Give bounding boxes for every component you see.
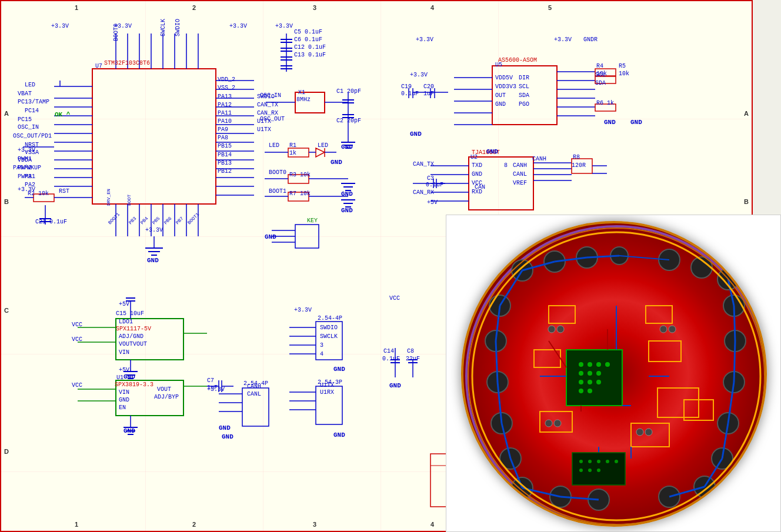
r1-label: R1	[289, 142, 296, 149]
tick-top-5: 5	[548, 4, 552, 11]
tick-top-1: 1	[75, 4, 78, 11]
gnd-c7: GND	[219, 424, 231, 431]
svg-point-262	[645, 429, 652, 436]
svg-point-270	[588, 469, 592, 472]
svg-point-233	[588, 380, 592, 384]
vcc-ldo-adj: VCC	[72, 336, 82, 343]
spx-gnd: GND	[119, 397, 129, 403]
bot-pin-boot1b: BOOT1	[186, 212, 200, 225]
c2-label: C2 20pF	[336, 118, 361, 124]
svg-marker-71	[316, 148, 325, 157]
ok-label: OK ^	[55, 111, 70, 118]
gnd-can-conn: GND	[222, 433, 233, 440]
gnd-swd: GND	[333, 366, 345, 373]
bot-pin-boot1: BOOT1	[107, 212, 121, 225]
as5600-scl: SCL	[519, 83, 529, 90]
c21-label: C21 0.1uF	[35, 219, 67, 225]
svg-line-254	[549, 341, 566, 367]
rpin-pa9: PA9	[218, 126, 228, 133]
svg-point-266	[597, 460, 600, 463]
top-pin-boot0: BOOT0	[113, 24, 119, 41]
tick-top-2: 2	[192, 4, 196, 11]
svg-point-236	[588, 389, 592, 393]
pin-led: LED	[25, 82, 35, 88]
c15-label: C15 10uF	[116, 310, 144, 317]
swd-pin4: 4	[320, 351, 323, 357]
svg-rect-244	[646, 306, 672, 323]
svg-point-268	[615, 460, 618, 463]
gnd-boot0: GND	[341, 190, 353, 198]
vcc33-3: +3.3V	[229, 23, 247, 29]
ldo1-adj: ADJ/GND	[119, 333, 143, 340]
led-sym: LED	[318, 142, 328, 149]
pwm3: PWM3	[18, 173, 32, 180]
u1-254: 2.54-3P	[318, 379, 342, 386]
pwm2: PWM2	[18, 165, 32, 171]
main-container: 1 2 3 4 5 1 2 3 4 A B C D A B	[0, 0, 781, 532]
bot-pin-pb6: PB6	[163, 216, 173, 226]
pin-oscin: OSC_IN	[18, 124, 39, 131]
pin-oscout: OSC_OUT/PD1	[13, 133, 52, 139]
gndr-label: GNDR	[583, 36, 598, 43]
spx-adj: ADJ/BYP	[154, 394, 179, 400]
vcc5-tja: +5V	[427, 199, 438, 206]
r1-val: 1k	[289, 150, 296, 156]
u5-label: U5	[495, 62, 502, 68]
tja-txd-num: 8	[504, 162, 508, 169]
c7-label: C7	[207, 377, 214, 384]
bot-pin-pb4: PB4	[139, 216, 149, 226]
sda-label: SDA	[595, 80, 606, 86]
u1rx-conn: U1RX	[320, 389, 334, 396]
rpin-pb13: PB13	[218, 160, 232, 166]
gnd-tja: GND	[486, 148, 498, 155]
c3-label: C3	[427, 175, 434, 182]
pin-vbat: VBAT	[18, 91, 32, 97]
tja-vref: VREF	[513, 180, 527, 186]
gnd-ldo-out: GND	[124, 373, 135, 380]
pcb-overlay	[446, 215, 781, 532]
as5600-vdd5v: VDD5V	[495, 75, 513, 81]
crystal-val: 8MHz	[296, 96, 311, 103]
vcc33-as5-left: +3.3V	[410, 72, 428, 78]
rpin-pa11: PA11	[218, 110, 232, 116]
r5-label: R5	[619, 63, 626, 69]
can-rx-net: CAN_RX	[413, 189, 434, 196]
tja-txd: TXD	[472, 162, 482, 169]
grid-v-1	[145, 1, 146, 531]
osc-in-label: OSC_IN	[260, 92, 281, 99]
swd-pin2: SWCLK	[320, 333, 338, 340]
vcc33-pwm: +3.3V	[18, 147, 35, 153]
ldo1-name: SPX1117-5V	[116, 326, 151, 332]
as5600-label: AS5600-ASOM	[498, 57, 537, 63]
stm32-label: STM32F103C8T6	[104, 60, 150, 66]
ldo1-comp: LDO1	[119, 319, 133, 325]
gnd-key: GND	[265, 233, 276, 240]
tick-bot-1: 1	[75, 521, 78, 528]
tick-top-4: 4	[430, 4, 434, 11]
rpin-vss2: VSS_2	[218, 85, 235, 91]
gnd-boot1: GND	[341, 207, 353, 214]
u7-label: U7	[95, 63, 102, 69]
svg-point-261	[636, 429, 643, 436]
gnd-u1: GND	[333, 431, 345, 439]
rst-net: RST	[59, 188, 69, 195]
gnd-led: GND	[331, 159, 342, 166]
rpin-pa12: PA12	[218, 102, 232, 108]
as5600-dir: DIR	[519, 75, 529, 81]
vcc-c14c8: VCC	[389, 295, 400, 302]
vcc5v-ldo: +5V	[119, 301, 129, 307]
vcc33-as5600: +3.3V	[416, 36, 433, 43]
swd-254: 2.54-4P	[318, 315, 342, 322]
can-label-det: CAN	[475, 184, 485, 190]
gnd-c19c20: GND	[410, 131, 422, 138]
boot1-b: +3.3V	[145, 227, 163, 233]
u1-label: U1	[116, 374, 124, 381]
key-label: KEY	[307, 218, 318, 224]
svg-point-267	[606, 460, 609, 463]
as5600-pgoo: PGO	[519, 101, 529, 108]
r8-label: R8	[573, 154, 580, 160]
svg-point-256	[557, 326, 564, 333]
c14-val: 0.1uF	[382, 356, 400, 362]
vcc33-4: +3.3V	[275, 23, 293, 29]
can-tx-net: CAN_TX	[413, 161, 434, 168]
